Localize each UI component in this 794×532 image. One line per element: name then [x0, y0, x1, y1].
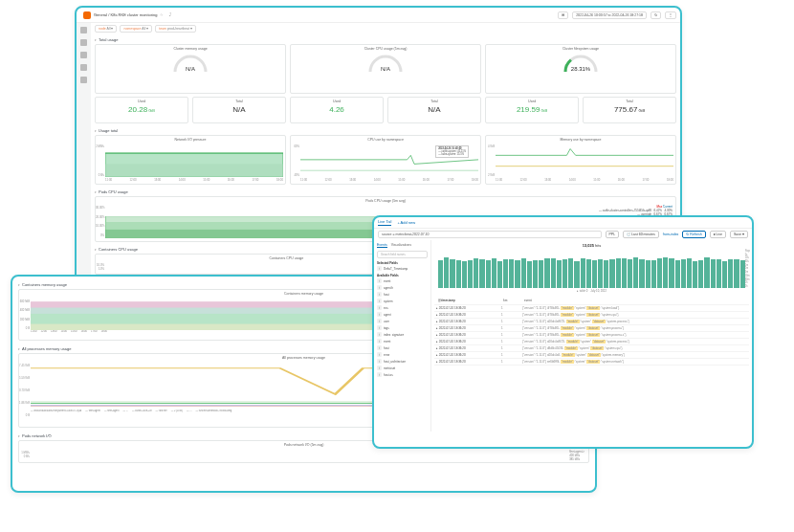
- kibana-tabs-bar: Live Tail + Add new: [374, 217, 752, 229]
- table-row[interactable]: ▸ 2022-07-10 18:36:201{"version":"1.11.0…: [434, 359, 749, 366]
- tab-events[interactable]: Events: [377, 243, 387, 248]
- table-row[interactable]: ▸ 2022-07-10 18:36:201{"version":"1.11.0…: [434, 339, 749, 345]
- usage-chart[interactable]: CPU use by namespace60%40%11:0012:0013:0…: [290, 135, 481, 185]
- var-node[interactable]: node All ▾: [95, 25, 117, 33]
- tab-visualizations[interactable]: Visualizations: [391, 243, 411, 248]
- field-item[interactable]: event: [377, 338, 428, 344]
- grafana-header: General / K8s RKE cluster monitoring ☆ ⤴…: [77, 8, 680, 23]
- field-item[interactable]: metricset: [377, 365, 428, 371]
- field-item[interactable]: user: [377, 318, 428, 324]
- kibana-query-bar: source = metricbeat-2022.07.10 PPL 🕘 Las…: [374, 229, 752, 240]
- time-picker[interactable]: 🕘 Last 60 minutes: [623, 231, 659, 238]
- grafana-logo-icon[interactable]: [83, 11, 91, 19]
- refresh-button[interactable]: ↻: [651, 11, 661, 19]
- stat-total[interactable]: TotalN/A: [387, 97, 481, 123]
- gauge-panel[interactable]: Cluster filesystem usage28.31%: [485, 44, 676, 94]
- col-event[interactable]: event: [522, 298, 747, 303]
- hits-count: 13,025 hits: [434, 243, 749, 248]
- add-tab-link[interactable]: + Add new: [397, 220, 415, 225]
- grafana-varbar: node All ▾namespace All ▾team prod-heart…: [95, 25, 676, 33]
- field-item[interactable]: system: [377, 298, 428, 304]
- usage-chart[interactable]: Network I/O pressure2 MB/s0 B/s11:0012:0…: [95, 135, 286, 185]
- table-row[interactable]: ▸ 2022-07-10 18:36:201{"version":"1.11.0…: [434, 305, 749, 312]
- col-km[interactable]: km: [501, 298, 522, 303]
- field-item[interactable]: ecs: [377, 304, 428, 311]
- table-row[interactable]: ▸ 2022-07-10 18:36:201{"version":"1.11.0…: [434, 332, 749, 339]
- row-header-pods-cpu[interactable]: Pods CPU usage: [95, 188, 676, 196]
- grafana-breadcrumb[interactable]: General / K8s RKE cluster monitoring: [94, 12, 157, 17]
- stat-used[interactable]: Used4.26: [290, 97, 384, 123]
- gauge-panel[interactable]: Cluster memory usageN/A: [95, 44, 286, 94]
- table-row[interactable]: ▸ 2022-07-10 18:36:201{"version":"1.11.0…: [434, 325, 749, 332]
- field-item[interactable]: host.os: [377, 371, 428, 378]
- field-item[interactable]: host_architecture: [377, 358, 428, 365]
- svg-rect-0: [105, 164, 283, 177]
- lang-select[interactable]: PPL: [606, 231, 620, 238]
- time-range-picker[interactable]: 2022-04-26 10:03:57 to 2022-04-26 18:27:…: [572, 11, 647, 19]
- stat-used[interactable]: Used20.28 GiB: [95, 97, 188, 123]
- save-button[interactable]: Save ▾: [730, 231, 748, 238]
- field-item[interactable]: index_signature: [377, 331, 428, 338]
- hits-histogram[interactable]: [434, 250, 749, 288]
- settings-button[interactable]: ⋮: [665, 11, 676, 19]
- stat-used[interactable]: Used219.59 GiB: [485, 97, 579, 123]
- col-timestamp[interactable]: @timestamp: [436, 298, 501, 303]
- dashboards-icon[interactable]: [80, 52, 87, 58]
- row-header-usage-total[interactable]: Usage total: [95, 126, 676, 135]
- tab-live-tail[interactable]: Live Tail: [378, 219, 391, 226]
- usage-chart[interactable]: Memory use by namespace4 GiB2 GiB11:0012…: [485, 135, 676, 185]
- search-fields-input[interactable]: Search field names: [377, 251, 428, 258]
- table-row[interactable]: ▸ 2022-07-10 18:36:201{"version":"1.11.0…: [434, 312, 749, 319]
- events-table: @timestamp km event ▸ 2022-07-10 18:36:2…: [434, 297, 749, 366]
- var-namespace[interactable]: namespace All ▾: [120, 25, 152, 33]
- search-icon[interactable]: [80, 27, 87, 33]
- field-item[interactable]: host: [377, 291, 428, 298]
- share-icon[interactable]: ⤴: [169, 12, 171, 17]
- field-item[interactable]: event: [377, 277, 428, 284]
- kibana-card: Live Tail + Add new source = metricbeat-…: [372, 215, 754, 449]
- field-item[interactable]: DeltaT_Timestamp: [377, 265, 428, 272]
- field-item[interactable]: agent.h: [377, 284, 428, 291]
- from-index-link[interactable]: from-index: [663, 233, 679, 236]
- field-item[interactable]: error: [377, 351, 428, 358]
- star-icon[interactable]: ☆: [160, 12, 164, 17]
- histogram-xlabel: ▸ table 0 July 10, 2022: [434, 289, 749, 293]
- table-row[interactable]: ▸ 2022-07-10 18:36:201{"version":"1.11.0…: [434, 345, 749, 352]
- stat-total[interactable]: Total775.67 GiB: [583, 97, 676, 123]
- field-item[interactable]: agent: [377, 311, 428, 318]
- table-row[interactable]: ▸ 2022-07-10 18:36:201{"version":"1.11.0…: [434, 319, 749, 325]
- panel-title: Pods CPU usage (5m avg): [98, 199, 673, 203]
- add-panel-button[interactable]: ⊞: [558, 11, 568, 19]
- field-item[interactable]: tags: [377, 324, 428, 331]
- row-header-total[interactable]: Total usage: [95, 35, 676, 44]
- query-input[interactable]: source = metricbeat-2022.07.10: [378, 231, 602, 238]
- kibana-fields-sidebar: Events Visualizations Search field names…: [374, 240, 431, 432]
- field-item[interactable]: host: [377, 344, 428, 351]
- plus-icon[interactable]: [80, 39, 87, 46]
- refresh-button[interactable]: ↻ Refresh: [682, 231, 705, 238]
- var-team[interactable]: team prod-heartbeat ▾: [155, 25, 196, 33]
- explore-icon[interactable]: [80, 64, 87, 71]
- gauge-panel[interactable]: Cluster CPU usage (5m avg)N/A: [290, 44, 481, 94]
- stat-total[interactable]: TotalN/A: [192, 97, 286, 123]
- alerting-icon[interactable]: [80, 77, 87, 83]
- live-button[interactable]: ▸ Live: [710, 231, 726, 238]
- table-row[interactable]: ▸ 2022-07-10 18:36:201{"version":"1.11.0…: [434, 352, 749, 359]
- grafana-sidebar: [77, 23, 91, 281]
